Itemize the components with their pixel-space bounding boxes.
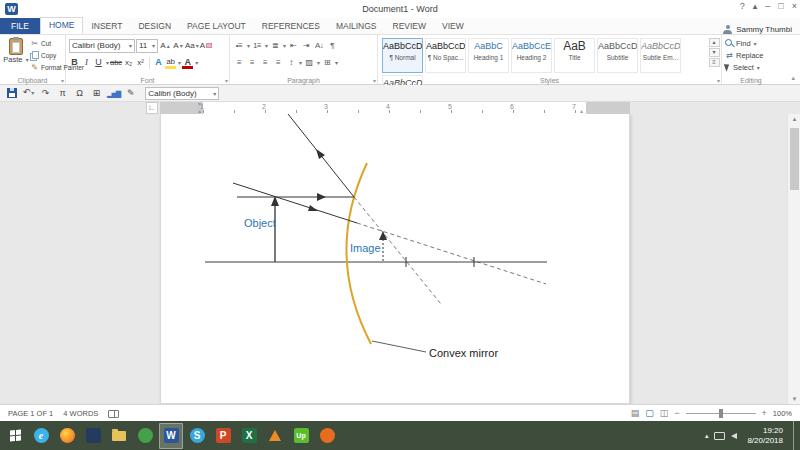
save-button[interactable] — [5, 86, 18, 101]
increase-indent-button[interactable]: ⇥ — [300, 39, 312, 52]
print-layout-button[interactable]: ▢ — [645, 408, 654, 418]
sort-button[interactable]: A↓ — [313, 39, 325, 52]
clipboard-dialog-launcher[interactable]: ▾ — [61, 77, 64, 84]
font-size-select[interactable]: 11 ▾ — [136, 39, 158, 53]
bullets-button[interactable]: •≡ — [233, 39, 245, 52]
style-heading1[interactable]: AaBbC Heading 1 — [468, 38, 509, 73]
taskbar-upwork[interactable]: Up — [289, 423, 313, 449]
table-button[interactable]: ⊞ — [90, 86, 103, 101]
scroll-up-icon[interactable]: ▴ — [788, 115, 800, 123]
style-normal[interactable]: AaBbCcDc ¶ Normal — [382, 38, 423, 73]
qat-font-select[interactable]: Calibri (Body) ▾ — [145, 87, 219, 100]
zoom-in-button[interactable]: + — [762, 408, 767, 418]
zoom-out-button[interactable]: − — [674, 408, 679, 418]
minimize-button[interactable]: – — [765, 1, 770, 11]
taskbar-file-explorer[interactable] — [107, 423, 131, 449]
align-right-button[interactable]: ≡ — [259, 56, 271, 69]
tab-selector[interactable]: ∟ — [146, 102, 158, 114]
redo-button[interactable]: ↷ — [39, 86, 52, 101]
chevron-down-icon[interactable]: ▾ — [195, 59, 198, 66]
taskbar-vlc[interactable] — [263, 423, 287, 449]
align-center-button[interactable]: ≡ — [246, 56, 258, 69]
web-layout-button[interactable]: ◫ — [660, 408, 669, 418]
word-count[interactable]: 4 WORDS — [63, 409, 98, 418]
right-indent-marker[interactable]: ▴ — [580, 108, 583, 114]
tab-mailings[interactable]: MAILINGS — [328, 18, 385, 34]
paragraph-dialog-launcher[interactable]: ▾ — [373, 77, 376, 84]
styles-more-button[interactable]: ≡ — [709, 58, 720, 67]
equation-button[interactable]: π — [56, 86, 69, 101]
format-painter-button[interactable]: ✎ Format Painter — [30, 61, 63, 73]
start-button[interactable] — [3, 423, 27, 449]
taskbar-powerpoint[interactable]: P — [211, 423, 235, 449]
select-button[interactable]: Select ▾ — [725, 61, 778, 73]
help-icon[interactable]: ? — [740, 1, 745, 11]
vertical-scrollbar[interactable]: ▴ ▾ — [787, 114, 800, 404]
ray-diagram[interactable]: Object Image Convex mirror — [0, 114, 800, 404]
ribbon-display-options-icon[interactable]: ▴ — [753, 1, 758, 11]
style-no-spacing[interactable]: AaBbCcDc ¶ No Spac... — [425, 38, 466, 73]
text-highlight-button[interactable]: ab — [165, 57, 176, 69]
chevron-down-icon[interactable]: ▾ — [247, 42, 250, 49]
multilevel-list-button[interactable]: ≣ — [269, 39, 281, 52]
tab-design[interactable]: DESIGN — [130, 18, 179, 34]
styles-scroll-down-button[interactable]: ▾ — [709, 48, 720, 57]
copy-button[interactable]: Copy — [30, 49, 63, 61]
find-button[interactable]: Find ▾ — [725, 37, 778, 49]
superscript-button[interactable]: x² — [135, 56, 146, 69]
styles-dialog-launcher[interactable]: ▾ — [717, 77, 720, 84]
taskbar-app-green[interactable] — [133, 423, 157, 449]
italic-button[interactable]: I — [81, 56, 92, 69]
style-title[interactable]: AaB Title — [554, 38, 595, 73]
clear-formatting-button[interactable]: A — [200, 41, 212, 50]
first-line-indent-marker[interactable]: ▾ — [198, 101, 201, 107]
proofing-status-button[interactable] — [108, 408, 119, 417]
underline-button[interactable]: U — [93, 56, 104, 69]
chevron-down-icon[interactable]: ▾ — [317, 59, 320, 66]
horizontal-ruler[interactable]: 1 2 3 4 5 6 7 ▾ ▴ ▴ — [160, 102, 630, 114]
zoom-slider-thumb[interactable] — [719, 409, 723, 418]
tab-home[interactable]: HOME — [40, 17, 84, 34]
taskbar-firefox[interactable] — [55, 423, 79, 449]
style-subtle-emphasis[interactable]: AaBbCcDt Subtle Em... — [640, 38, 681, 73]
style-subtitle[interactable]: AaBbCcD Subtitle — [597, 38, 638, 73]
tab-page-layout[interactable]: PAGE LAYOUT — [179, 18, 254, 34]
page-indicator[interactable]: PAGE 1 OF 1 — [8, 409, 53, 418]
line-spacing-button[interactable]: ↕ — [285, 56, 297, 69]
tab-view[interactable]: VIEW — [434, 18, 472, 34]
scroll-down-icon[interactable]: ▾ — [788, 395, 800, 403]
strikethrough-button[interactable]: abc — [110, 56, 122, 69]
replace-button[interactable]: ⇄ Replace — [725, 49, 778, 61]
taskbar-skype[interactable]: S — [185, 423, 209, 449]
bold-button[interactable]: B — [69, 56, 80, 69]
justify-button[interactable]: ≡ — [272, 56, 284, 69]
taskbar-clock[interactable]: 19:20 8/20/2018 — [747, 426, 783, 446]
volume-icon[interactable] — [731, 433, 737, 439]
tab-file[interactable]: FILE — [0, 18, 40, 34]
font-color-button[interactable]: A — [182, 57, 193, 69]
chevron-down-icon[interactable]: ▾ — [265, 42, 268, 49]
font-dialog-launcher[interactable]: ▾ — [225, 77, 228, 84]
zoom-level[interactable]: 100% — [773, 409, 792, 418]
numbering-button[interactable]: 1≡ — [251, 39, 263, 52]
change-case-button[interactable]: Aa▾ — [185, 41, 199, 50]
undo-button[interactable]: ↶▾ — [22, 85, 35, 101]
taskbar-word[interactable]: W — [159, 423, 183, 449]
tab-references[interactable]: REFERENCES — [254, 18, 328, 34]
shrink-font-button[interactable]: A▾ — [172, 41, 184, 50]
taskbar-internet-explorer[interactable]: e — [29, 423, 53, 449]
chevron-down-icon[interactable]: ▾ — [299, 59, 302, 66]
taskbar-app-dark[interactable] — [81, 423, 105, 449]
chevron-down-icon[interactable]: ▾ — [283, 42, 286, 49]
subscript-button[interactable]: x₂ — [123, 56, 134, 69]
left-indent-marker[interactable]: ▴ — [198, 108, 201, 114]
scrollbar-thumb[interactable] — [790, 128, 799, 190]
align-left-button[interactable]: ≡ — [233, 56, 245, 69]
decrease-indent-button[interactable]: ⇤ — [287, 39, 299, 52]
borders-button[interactable]: ⊞ — [321, 56, 333, 69]
chart-button[interactable]: ▂▅▇ — [107, 86, 120, 101]
hidden-icons-chevron[interactable]: ▴ — [705, 432, 709, 440]
chevron-down-icon[interactable]: ▾ — [335, 59, 338, 66]
draw-button[interactable]: ✎ — [124, 86, 137, 101]
close-button[interactable]: × — [792, 1, 797, 11]
